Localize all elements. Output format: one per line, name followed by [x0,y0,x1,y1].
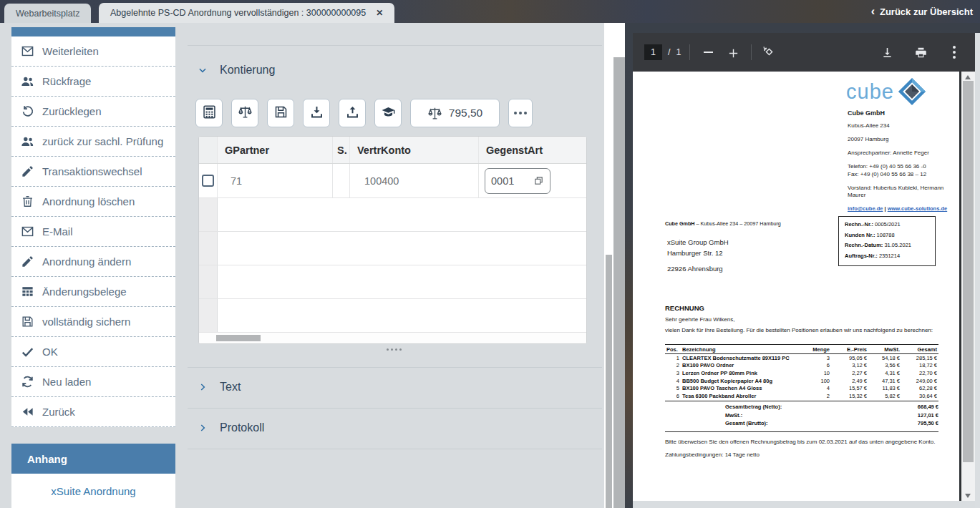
zoom-out-button[interactable] [699,43,717,62]
more-menu-button[interactable] [945,43,964,62]
row-checkbox[interactable] [202,175,214,187]
sidebar-header-bar [11,27,175,36]
learn-button[interactable] [374,99,402,127]
import-button[interactable] [303,99,330,127]
upload-tray-icon [345,104,360,122]
anhang-panel: xSuite Anordnung [11,474,175,508]
balance-amount: 795,50 [449,107,482,119]
balance-button[interactable] [231,99,258,127]
section-text[interactable]: Text [198,377,241,397]
column-header-vertrkonto: VertrKonto [350,137,479,163]
pdf-scrollbar[interactable] [961,72,975,501]
empty-table-row [199,299,586,333]
email-link[interactable]: info@cube.de [848,205,883,212]
trash-icon [21,195,34,208]
column-header-gegenstart: GegenstArt [479,137,586,163]
close-icon[interactable]: ✕ [376,8,383,18]
panel-scrollbar[interactable] [604,23,613,508]
kontierung-toolbar: 795,50 [195,99,533,127]
gegenstart-input[interactable]: 0001 [485,168,550,194]
invoice-item-row: 6Tesa 6300 Packband Abroller215,32 €5,82… [665,392,938,401]
sidebar-item-ok[interactable]: OK [11,337,175,367]
invoice-item-row: 1CLEARTEX Bodenschutzmatte 89X119 PC395,… [665,354,938,362]
sidebar-item-transaktionswechsel[interactable]: Transaktionswechsel [11,157,175,187]
save-row-button[interactable] [267,99,294,127]
scrollbar-thumb[interactable] [613,57,625,508]
back-to-overview-link[interactable]: ‹ Zurück zur Übersicht [871,0,973,23]
graduation-cap-icon [381,104,396,122]
invoice-item-row: 5BX100 PAVO Taschen A4 Gloss415,57 €11,8… [665,384,938,392]
chevron-right-icon [198,382,208,392]
sidebar-item-anordnung-aendern[interactable]: Anordnung ändern [11,247,175,277]
anhang-header: Anhang [11,444,175,474]
sidebar-item-zurueck-sachl-pruefung[interactable]: zurück zur sachl. Prüfung [11,127,175,157]
sidebar-item-zurueck[interactable]: Zurück [11,397,175,427]
section-title: Text [220,381,241,394]
kontierung-table: GPartner S. VertrKonto GegenstArt 71 100… [198,136,587,344]
zoom-in-button[interactable] [724,43,742,62]
sidebar-item-anordnung-loeschen[interactable]: Anordnung löschen [11,187,175,217]
outer-scrollbar[interactable] [613,23,625,508]
sidebar-item-zuruecklegen[interactable]: Zurücklegen [11,97,175,127]
cell-s [333,164,350,197]
rotate-button[interactable] [760,43,779,62]
invoice-item-row: 2BX100 PAVO Ordner63,12 €3,56 €18,72 € [665,362,938,370]
export-button[interactable] [339,99,366,127]
calculate-button[interactable] [195,99,223,127]
sidebar-item-label: Neu laden [42,376,91,388]
page-number-input[interactable]: 1 [644,44,662,60]
attachment-link[interactable]: xSuite Anordnung [51,485,135,497]
save-icon [21,315,34,328]
print-button[interactable] [911,43,930,62]
invoice-intro: vielen Dank für Ihre Bestellung. Für die… [665,327,933,333]
invoice-item-row: 3Lerzen Ordner PP 80mm Pink102,27 €4,31 … [665,369,938,377]
pdf-bottom-strip [633,501,980,508]
sidebar-item-email[interactable]: E-Mail [11,217,175,247]
scale-icon [238,104,253,122]
cell-vertrkonto: 100400 [350,164,479,197]
company-links: info@cube.de | www.cube-solutions.de [848,205,956,212]
sidebar-item-rueckfrage[interactable]: Rückfrage [11,67,175,97]
scrollbar-thumb[interactable] [606,255,612,508]
section-protokoll[interactable]: Protokoll [198,418,264,438]
envelope-icon [21,225,34,238]
invoice-item-row: 4BB500 Budget Kopierpapier A4 80g1002,49… [665,377,938,385]
invoice-totals: Gesamtbetrag (Netto):668,49 € MwSt.:127,… [665,401,938,432]
more-actions-button[interactable] [508,99,533,127]
sidebar-item-weiterleiten[interactable]: Weiterleiten [11,36,175,67]
empty-table-row [199,232,586,265]
section-divider [188,45,602,46]
sidebar-item-label: Rückfrage [42,75,91,87]
sidebar-item-label: OK [42,346,58,358]
scrollbar-thumb[interactable] [963,81,974,462]
download-button[interactable] [878,43,896,62]
recipient-block: xSuite Group GmbH Hamburger Str. 12 2292… [667,238,729,275]
window-restore-icon[interactable] [533,175,544,186]
sidebar-item-label: Zurücklegen [42,105,102,117]
balance-amount-button[interactable]: 795,50 [410,99,500,127]
section-kontierung[interactable]: Kontierung [198,60,275,80]
chevron-down-icon [198,65,208,75]
scrollbar-thumb[interactable] [216,335,261,341]
cube-logo: cube [846,77,926,106]
pdf-right-strip [975,33,980,508]
sidebar-item-label: Änderungsbelege [42,285,127,298]
scroll-down-icon[interactable] [965,494,971,498]
sidebar-item-vollstaendig-sichern[interactable]: vollständig sichern [11,307,175,337]
sidebar-item-aenderungsbelege[interactable]: Änderungsbelege [11,277,175,307]
sidebar-item-label: Transaktionswechsel [42,165,142,177]
sidebar-item-neu-laden[interactable]: Neu laden [11,367,175,397]
invoice-greeting: Sehr geehrte Frau Wilkens, [665,316,734,323]
horizontal-scrollbar[interactable] [199,333,586,344]
section-divider [188,449,602,449]
undo-icon [21,104,34,118]
section-divider [188,408,602,409]
download-icon [880,46,894,59]
save-icon [273,104,288,122]
tab-anordnung[interactable]: Abgelehnte PS-CD Anordnung vervollständi… [99,3,394,23]
company-name: Cube GmbH [848,109,956,117]
resize-handle[interactable] [387,348,402,351]
tab-webarbeitsplatz[interactable]: Webarbeitsplatz [4,4,91,23]
website-link[interactable]: www.cube-solutions.de [888,205,947,212]
scroll-up-icon[interactable] [965,75,971,79]
